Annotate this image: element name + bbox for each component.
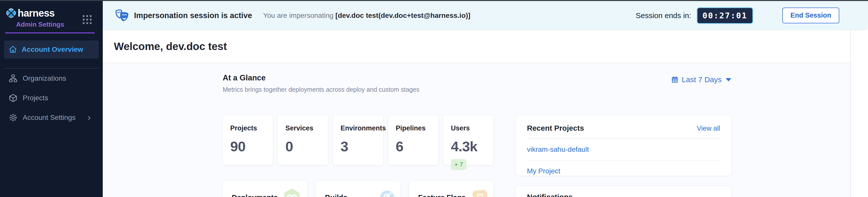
recent-project-link[interactable]: My Project (527, 161, 720, 182)
page-title: Welcome, dev.doc test (114, 40, 227, 52)
welcome-band: Welcome, dev.doc test (103, 30, 850, 63)
main-content: At a Glance Metrics brings together depl… (103, 64, 850, 197)
calendar-icon (671, 76, 679, 84)
stat-label: Services (285, 124, 323, 132)
date-range-label: Last 7 Days (682, 75, 722, 84)
banner-subtitle: You are impersonating [dev.doc test(dev.… (263, 11, 470, 19)
cube-icon (8, 93, 18, 103)
section-subtitle: Metrics brings together deployments acro… (223, 86, 420, 93)
section-title: At a Glance (223, 73, 420, 82)
stat-value: 0 (285, 138, 323, 155)
stat-label: Pipelines (396, 124, 433, 132)
stat-card-projects: Projects 90 (223, 115, 273, 165)
date-range-picker[interactable]: Last 7 Days (671, 75, 731, 84)
stat-label: Projects (230, 124, 268, 132)
theater-masks-icon (115, 9, 129, 23)
sidebar-item-label: Account Settings (23, 114, 75, 122)
session-timer: 00:27:01 (697, 7, 753, 24)
stat-label: Users (451, 124, 488, 132)
impersonating-prefix: You are impersonating (263, 11, 336, 19)
module-card-feature-flags[interactable]: Feature Flags (409, 181, 493, 197)
scrollbar-track[interactable] (850, 30, 868, 197)
stats-row: Projects 90 Services 0 Environments 3 Pi… (223, 115, 493, 165)
stat-card-environments: Environments 3 (333, 115, 383, 165)
sidebar-item-label: Projects (23, 94, 48, 102)
sidebar-item-label: Account Overview (22, 45, 83, 53)
banner-title: Impersonation session is active (134, 11, 252, 20)
builds-icon (380, 191, 394, 197)
caret-down-icon (726, 78, 731, 81)
stat-card-users: Users 4.3k + 7 (443, 115, 493, 165)
sidebar-item-organizations[interactable]: Organizations (0, 69, 103, 88)
deployments-icon (283, 188, 301, 197)
harness-logo-icon (5, 7, 17, 19)
impersonated-user: [dev.doc test(dev.doc+test@harness.io)] (336, 11, 470, 19)
stat-value: 90 (230, 138, 268, 155)
feature-flags-icon (472, 190, 488, 197)
stat-value: 4.3k (451, 138, 488, 155)
recent-project-link[interactable]: vikram-sahu-default (527, 139, 720, 161)
stat-label: Environments (341, 124, 378, 132)
stat-value: 6 (396, 138, 433, 155)
impersonation-banner: Impersonation session is active You are … (103, 1, 868, 30)
stat-value: 3 (341, 138, 378, 155)
home-icon (8, 45, 17, 54)
session-timer-value: 00:27:01 (703, 11, 747, 21)
chevron-right-icon: › (88, 113, 91, 122)
logo-wordmark: harness (18, 7, 54, 19)
view-all-link[interactable]: View all (697, 125, 720, 132)
notifications-title: Notifications (527, 193, 573, 197)
end-session-button[interactable]: End Session (782, 7, 839, 24)
module-label: Feature Flags (418, 194, 466, 197)
sidebar: harness Admin Settings Account Overview … (0, 1, 103, 197)
notifications-panel: Notifications (516, 186, 731, 197)
module-label: Deployments (232, 194, 278, 197)
sidebar-item-account-settings[interactable]: Account Settings › (0, 108, 103, 127)
module-card-builds[interactable]: Builds (316, 181, 400, 197)
glance-header: At a Glance Metrics brings together depl… (223, 73, 420, 93)
stat-card-pipelines: Pipelines 6 (388, 115, 438, 165)
edition-underline (5, 32, 95, 33)
recent-projects-title: Recent Projects (527, 124, 584, 132)
modules-row: Deployments Builds (223, 181, 493, 197)
sidebar-item-label: Organizations (23, 74, 66, 82)
module-label: Builds (325, 194, 347, 197)
session-ends-label: Session ends in: (636, 11, 691, 20)
gear-icon (8, 113, 18, 122)
sidebar-item-projects[interactable]: Projects (0, 88, 103, 108)
sidebar-item-account-overview[interactable]: Account Overview (4, 40, 99, 58)
module-card-deployments[interactable]: Deployments (223, 181, 307, 197)
app-grid-icon[interactable] (83, 15, 92, 24)
recent-projects-panel: Recent Projects View all vikram-sahu-def… (516, 115, 731, 175)
stat-card-services: Services 0 (278, 115, 328, 165)
users-delta-badge: + 7 (451, 159, 466, 170)
org-chart-icon (8, 74, 18, 83)
